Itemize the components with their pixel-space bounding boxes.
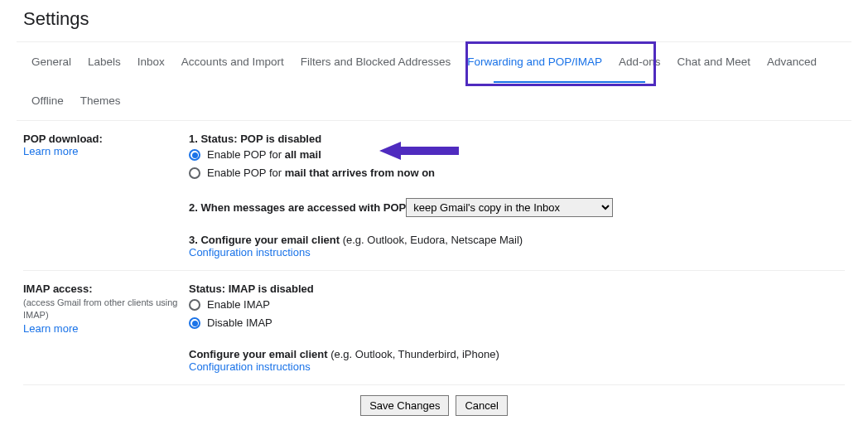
pop-enable-all-prefix: Enable POP for [207,148,285,161]
imap-status-value: IMAP is disabled [229,283,314,295]
imap-configure-line: Configure your email client (e.g. Outloo… [189,348,845,360]
tab-filters[interactable]: Filters and Blocked Addresses [292,42,460,81]
tab-labels[interactable]: Labels [80,42,129,81]
imap-configure-examples: (e.g. Outlook, Thunderbird, iPhone) [330,348,499,360]
pop-action-select[interactable]: keep Gmail's copy in the Inbox [406,198,613,217]
pop-download-section: POP download: Learn more 1. Status: POP … [23,121,845,271]
pop-enable-now-bold: mail that arrives from now on [285,167,435,179]
save-changes-button[interactable]: Save Changes [360,395,449,416]
imap-config-instructions-link[interactable]: Configuration instructions [189,360,311,373]
pop-configure-title: 3. Configure your email client [189,234,343,246]
imap-access-section: IMAP access: (access Gmail from other cl… [23,271,845,385]
pop-status-line: 1. Status: POP is disabled [189,133,845,145]
pop-enable-all-bold: all mail [285,148,321,161]
tab-accounts[interactable]: Accounts and Import [173,42,292,81]
imap-status-line: Status: IMAP is disabled [189,283,845,295]
button-row: Save Changes Cancel [23,385,845,426]
tab-forwarding[interactable]: Forwarding and POP/IMAP [459,42,610,81]
imap-disable-radio[interactable] [189,317,200,329]
pop-learn-more-link[interactable]: Learn more [23,145,78,157]
pop-enable-now-radio[interactable] [189,167,200,179]
pop-status-value: POP is disabled [240,133,321,145]
pop-section-title: POP download: [23,133,189,145]
pop-when-accessed-label: 2. When messages are accessed with POP [189,200,406,216]
tab-general[interactable]: General [23,42,80,81]
cancel-button[interactable]: Cancel [456,395,507,416]
imap-status-prefix: Status: [189,283,229,295]
tab-addons[interactable]: Add-ons [610,42,668,81]
imap-learn-more-link[interactable]: Learn more [23,322,78,335]
pop-status-prefix: 1. Status: [189,133,240,145]
imap-section-subtitle: (access Gmail from other clients using I… [23,297,189,322]
tab-themes[interactable]: Themes [72,81,129,120]
pop-config-instructions-link[interactable]: Configuration instructions [189,246,311,258]
active-tab-underline [494,81,645,83]
imap-enable-label: Enable IMAP [207,297,270,313]
tab-offline[interactable]: Offline [23,81,72,120]
tabs-bar: General Labels Inbox Accounts and Import… [17,41,851,121]
tab-chat[interactable]: Chat and Meet [668,42,759,81]
pop-enable-now-prefix: Enable POP for [207,167,285,179]
pop-enable-now-label: Enable POP for mail that arrives from no… [207,165,435,181]
pop-enable-all-radio[interactable] [189,149,200,161]
tab-advanced[interactable]: Advanced [759,42,825,81]
tab-inbox[interactable]: Inbox [129,42,173,81]
pop-configure-examples: (e.g. Outlook, Eudora, Netscape Mail) [343,234,523,246]
imap-enable-radio[interactable] [189,299,200,311]
imap-configure-title: Configure your email client [189,348,330,360]
pop-configure-line: 3. Configure your email client (e.g. Out… [189,234,845,246]
pop-enable-all-label: Enable POP for all mail [207,147,321,163]
imap-disable-label: Disable IMAP [207,315,272,331]
page-title: Settings [17,0,851,41]
imap-section-title: IMAP access: [23,283,189,295]
